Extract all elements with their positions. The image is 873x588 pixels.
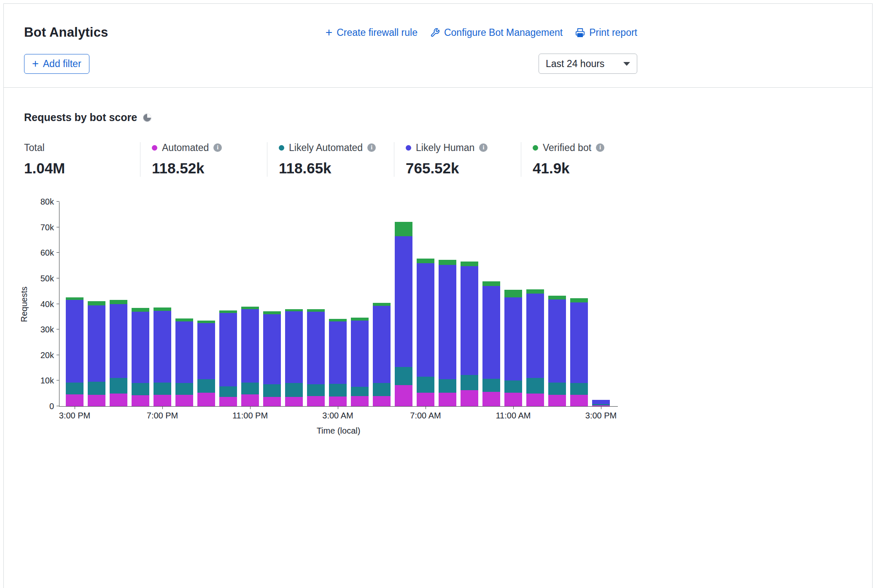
bar[interactable]: [307, 309, 325, 406]
bar[interactable]: [592, 400, 610, 406]
bar-segment-likely-human: [439, 265, 456, 380]
y-tick-mark: [57, 252, 59, 253]
bar-segment-verified-bot: [461, 262, 478, 266]
stat-value: 118.65k: [279, 160, 385, 177]
bar-segment-automated: [395, 385, 412, 406]
bar-segment-likely-human: [329, 321, 347, 384]
bar[interactable]: [132, 308, 149, 406]
bar[interactable]: [219, 310, 237, 406]
y-tick-mark: [57, 329, 59, 329]
bar-segment-automated: [110, 394, 127, 406]
bar-segment-likely-automated: [504, 380, 522, 392]
bar-segment-automated: [570, 395, 588, 406]
bar[interactable]: [504, 290, 522, 406]
chevron-down-icon: [623, 62, 630, 66]
bar[interactable]: [526, 289, 544, 406]
action-label: Configure Bot Management: [444, 27, 563, 38]
info-icon[interactable]: [213, 143, 222, 152]
bar-segment-verified-bot: [373, 303, 391, 306]
bar-segment-automated: [417, 393, 434, 406]
bar-segment-automated: [219, 397, 237, 406]
bar-segment-likely-human: [482, 286, 500, 378]
bar[interactable]: [88, 301, 105, 406]
bar-segment-likely-automated: [154, 383, 171, 394]
bar-segment-likely-human: [395, 236, 412, 367]
bar[interactable]: [329, 319, 347, 406]
bar[interactable]: [263, 311, 281, 407]
bar-segment-likely-human: [461, 266, 478, 375]
bar-segment-verified-bot: [263, 311, 281, 314]
y-tick-label: 0: [49, 401, 54, 411]
bar[interactable]: [417, 259, 434, 406]
bar[interactable]: [439, 260, 456, 406]
bar-segment-likely-human: [307, 312, 325, 385]
bar-segment-automated: [285, 397, 303, 406]
bar-segment-automated: [263, 397, 281, 406]
stat-label: Verified bot: [543, 142, 591, 154]
bar-segment-likely-human: [373, 306, 391, 383]
bar-segment-automated: [461, 390, 478, 406]
bar-segment-verified-bot: [154, 307, 171, 311]
bar-segment-likely-automated: [373, 383, 391, 396]
y-tick-mark: [57, 380, 59, 380]
y-tick-mark: [57, 304, 59, 304]
bar[interactable]: [175, 318, 193, 406]
bar[interactable]: [110, 300, 127, 406]
x-tick-label: 3:00 PM: [585, 411, 617, 421]
bar[interactable]: [154, 307, 171, 406]
bar[interactable]: [395, 222, 412, 406]
bar-segment-likely-human: [88, 305, 105, 382]
add-filter-button[interactable]: Add filter: [24, 54, 89, 74]
bar-segment-automated: [88, 395, 105, 406]
bar-segment-likely-automated: [66, 383, 84, 394]
bar-segment-likely-automated: [241, 383, 259, 394]
stat-value: 1.04M: [24, 160, 132, 177]
bar-segment-likely-automated: [395, 367, 412, 385]
bar-segment-verified-bot: [88, 301, 105, 305]
bar-segment-automated: [329, 396, 347, 406]
legend-dot-likely-automated: [279, 145, 284, 151]
bar[interactable]: [548, 296, 566, 406]
page-title: Bot Analytics: [24, 25, 108, 40]
bar-segment-likely-human: [132, 312, 149, 383]
bar-segment-likely-human: [263, 314, 281, 385]
bar[interactable]: [241, 307, 259, 406]
chart-plot: [59, 202, 618, 406]
x-axis-title: Time (local): [59, 426, 618, 436]
legend-dot-likely-human: [406, 145, 411, 151]
stat-likely-human: Likely Human 765.52k: [394, 142, 521, 177]
bar[interactable]: [285, 309, 303, 406]
bar[interactable]: [461, 262, 478, 406]
info-icon[interactable]: [479, 143, 488, 152]
configure-bot-management-link[interactable]: Configure Bot Management: [430, 27, 563, 38]
bar-segment-likely-automated: [417, 377, 434, 393]
bar[interactable]: [570, 298, 588, 406]
bar-segment-likely-automated: [548, 383, 566, 394]
bar-segment-automated: [132, 395, 149, 406]
bar-segment-verified-bot: [132, 308, 149, 312]
info-icon[interactable]: [367, 143, 376, 152]
x-tick-mark: [426, 406, 426, 409]
bar-segment-automated: [307, 396, 325, 406]
y-tick-label: 60k: [40, 248, 54, 258]
x-tick-mark: [513, 406, 514, 409]
bar[interactable]: [351, 318, 369, 406]
printer-icon: [575, 28, 585, 38]
bar[interactable]: [66, 297, 84, 406]
print-report-link[interactable]: Print report: [575, 27, 637, 38]
stat-value: 41.9k: [533, 160, 639, 177]
bar[interactable]: [373, 303, 391, 407]
main-content: Requests by bot score Total 1.04M Automa…: [4, 88, 872, 436]
time-range-select[interactable]: Last 24 hours: [539, 54, 637, 74]
header: Bot Analytics Create firewall rule Confi…: [4, 4, 872, 88]
create-firewall-rule-link[interactable]: Create firewall rule: [326, 27, 418, 38]
bar-segment-likely-human: [417, 263, 434, 377]
info-icon[interactable]: [596, 143, 604, 152]
stat-label: Likely Automated: [289, 142, 363, 154]
bar[interactable]: [197, 321, 215, 406]
y-tick-mark: [57, 278, 59, 278]
y-tick-label: 30k: [40, 324, 54, 334]
bar[interactable]: [482, 281, 500, 406]
bar-segment-verified-bot: [110, 300, 127, 304]
add-filter-label: Add filter: [43, 58, 81, 70]
